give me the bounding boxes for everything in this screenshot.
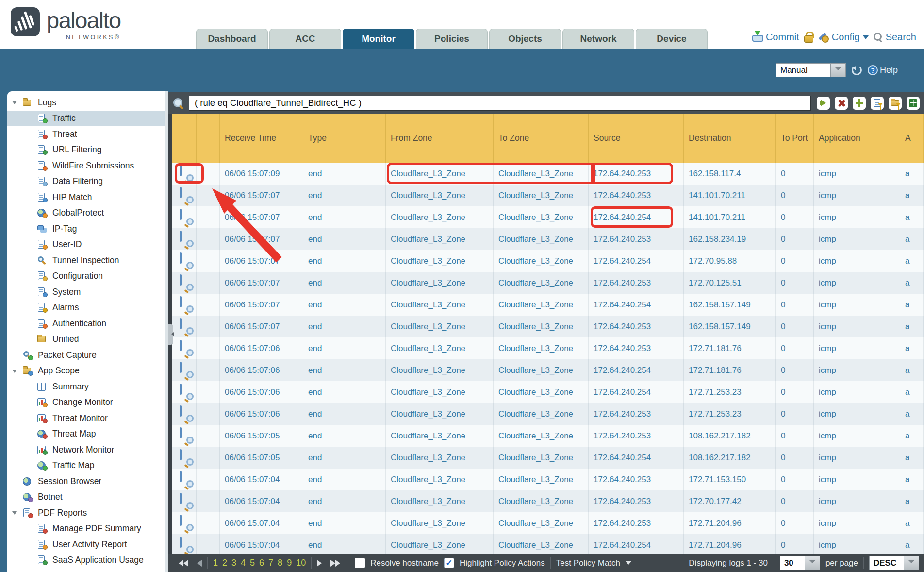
table-row[interactable]: 06/06 15:07:06 end Cloudflare_L3_Zone Cl… [172,403,924,425]
cell-type[interactable]: end [303,337,386,359]
cell-from-zone[interactable]: Cloudflare_L3_Zone [386,250,494,272]
sidebar-item-threat[interactable]: Threat [7,126,165,142]
table-row[interactable]: 06/06 15:07:07 end Cloudflare_L3_Zone Cl… [172,316,924,337]
cell-type[interactable]: end [303,163,386,185]
cell-action[interactable]: a [900,185,924,206]
cell-to-zone[interactable]: Cloudflare_L3_Zone [494,163,589,185]
page-number-3[interactable]: 3 [231,558,236,568]
cell-destination[interactable]: 172.70.177.42 [684,490,776,512]
sidebar-scrollbar-track[interactable] [165,91,168,572]
filter-query-input[interactable] [189,96,811,111]
cell-to-port[interactable]: 0 [776,425,814,447]
lock-icon[interactable] [804,32,813,43]
search-button[interactable]: Search [873,32,916,43]
cell-to-zone[interactable]: Cloudflare_L3_Zone [494,185,589,206]
log-detail-icon[interactable] [180,538,192,553]
refresh-icon[interactable] [852,65,862,75]
cell-receive-time[interactable]: 06/06 15:07:06 [220,337,303,359]
first-page-button[interactable] [175,560,188,567]
table-row[interactable]: 06/06 15:07:07 end Cloudflare_L3_Zone Cl… [172,294,924,316]
cell-to-port[interactable]: 0 [776,272,814,294]
cell-application[interactable]: icmp [814,425,900,447]
sidebar-item-change-monitor[interactable]: Change Monitor [7,395,165,411]
cell-action[interactable]: a [900,512,924,534]
cell-to-zone[interactable]: Cloudflare_L3_Zone [494,272,589,294]
cell-application[interactable]: icmp [814,469,900,490]
cell-to-zone[interactable]: Cloudflare_L3_Zone [494,447,589,469]
cell-source[interactable]: 172.64.240.254 [589,381,684,403]
sidebar-item-logs[interactable]: Logs [7,95,165,111]
cell-type[interactable]: end [303,403,386,425]
log-detail-icon[interactable] [180,472,192,487]
cell-receive-time[interactable]: 06/06 15:07:06 [220,381,303,403]
cell-to-zone[interactable]: Cloudflare_L3_Zone [494,490,589,512]
cell-type[interactable]: end [303,534,386,554]
cell-type[interactable]: end [303,250,386,272]
cell-receive-time[interactable]: 06/06 15:07:07 [220,185,303,206]
tab-device[interactable]: Device [636,29,708,49]
cell-type[interactable]: end [303,512,386,534]
sidebar-item-session-browser[interactable]: Session Browser [7,473,165,489]
sidebar-collapse-handle[interactable] [168,324,173,345]
tree-expand-icon[interactable] [12,511,17,517]
cell-source[interactable]: 172.64.240.253 [589,272,684,294]
cell-to-port[interactable]: 0 [776,206,814,228]
cell-type[interactable]: end [303,469,386,490]
last-page-button[interactable] [330,560,344,567]
cell-receive-time[interactable]: 06/06 15:07:04 [220,469,303,490]
sidebar-item-network-monitor[interactable]: Network Monitor [7,442,165,458]
cell-to-port[interactable]: 0 [776,359,814,381]
filter-builder-button[interactable] [871,97,884,110]
cell-from-zone[interactable]: Cloudflare_L3_Zone [386,425,494,447]
tab-network[interactable]: Network [562,29,634,49]
previous-page-button[interactable] [194,560,202,567]
table-row[interactable]: 06/06 15:07:04 end Cloudflare_L3_Zone Cl… [172,469,924,490]
cell-type[interactable]: end [303,490,386,512]
table-row[interactable]: 06/06 15:07:04 end Cloudflare_L3_Zone Cl… [172,490,924,512]
cell-source[interactable]: 172.64.240.253 [589,425,684,447]
cell-from-zone[interactable]: Cloudflare_L3_Zone [386,228,494,250]
cell-source[interactable]: 172.64.240.254 [589,294,684,316]
cell-type[interactable]: end [303,185,386,206]
per-page-dropdown-button[interactable] [805,556,820,570]
cell-receive-time[interactable]: 06/06 15:07:04 [220,512,303,534]
cell-from-zone[interactable]: Cloudflare_L3_Zone [386,490,494,512]
cell-to-port[interactable]: 0 [776,163,814,185]
cell-source[interactable]: 172.64.240.253 [589,469,684,490]
page-number-4[interactable]: 4 [241,558,246,568]
cell-to-zone[interactable]: Cloudflare_L3_Zone [494,403,589,425]
cell-source[interactable]: 172.64.240.253 [589,163,684,185]
cell-from-zone[interactable]: Cloudflare_L3_Zone [386,534,494,554]
table-row[interactable]: 06/06 15:07:04 end Cloudflare_L3_Zone Cl… [172,534,924,554]
column-header-to-port[interactable]: To Port [776,114,814,163]
cell-to-zone[interactable]: Cloudflare_L3_Zone [494,425,589,447]
cell-destination[interactable]: 162.158.157.149 [684,316,776,337]
tab-dashboard[interactable]: Dashboard [196,29,268,49]
table-row[interactable]: 06/06 15:07:07 end Cloudflare_L3_Zone Cl… [172,250,924,272]
sidebar-item-summary[interactable]: Summary [7,379,165,395]
cell-to-zone[interactable]: Cloudflare_L3_Zone [494,228,589,250]
page-number-8[interactable]: 8 [278,558,282,568]
column-header-to-zone[interactable]: To Zone [494,114,589,163]
sort-order-select[interactable]: DESC [869,556,919,570]
cell-application[interactable]: icmp [814,250,900,272]
cell-action[interactable]: a [900,403,924,425]
cell-action[interactable]: a [900,469,924,490]
cell-application[interactable]: icmp [814,490,900,512]
cell-action[interactable]: a [900,337,924,359]
sidebar-item-saas-application-usage[interactable]: SaaS Application Usage [7,553,165,569]
cell-destination[interactable]: 108.162.217.182 [684,447,776,469]
sidebar-item-hip-match[interactable]: HIP Match [7,189,165,205]
table-row[interactable]: 06/06 15:07:09 end Cloudflare_L3_Zone Cl… [172,163,924,185]
cell-receive-time[interactable]: 06/06 15:07:07 [220,250,303,272]
cell-action[interactable]: a [900,272,924,294]
cell-destination[interactable]: 162.158.157.149 [684,294,776,316]
tab-objects[interactable]: Objects [489,29,561,49]
cell-application[interactable]: icmp [814,447,900,469]
cell-action[interactable]: a [900,206,924,228]
log-detail-icon[interactable] [180,363,192,378]
page-number-1[interactable]: 1 [213,558,218,568]
cell-type[interactable]: end [303,425,386,447]
cell-destination[interactable]: 172.71.181.76 [684,359,776,381]
log-detail-icon[interactable] [180,232,192,247]
